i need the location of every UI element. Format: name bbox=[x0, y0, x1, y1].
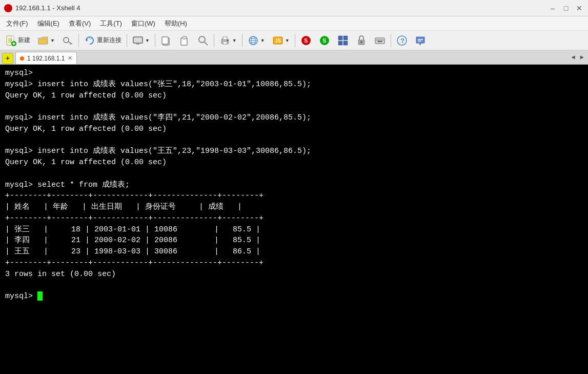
tab-bar: + 1 192.168.1.1 ✕ ◀ ▶ bbox=[0, 50, 588, 65]
terminal-line: mysql> insert into 成绩表 values("王五",23,"1… bbox=[5, 147, 311, 155]
s-green-icon: S bbox=[319, 35, 330, 46]
svg-text:?: ? bbox=[400, 37, 404, 45]
paste-button[interactable] bbox=[176, 33, 193, 48]
sep4 bbox=[214, 34, 214, 47]
svg-line-21 bbox=[205, 42, 208, 45]
terminal-cursor bbox=[37, 291, 43, 301]
tab-session[interactable]: 1 192.168.1.1 ✕ bbox=[15, 52, 77, 64]
svg-rect-17 bbox=[162, 37, 168, 44]
tab-close-button[interactable]: ✕ bbox=[68, 55, 72, 62]
svg-rect-38 bbox=[343, 36, 348, 40]
sep7 bbox=[391, 34, 391, 47]
terminal-line: | 李四 | 21 | 2000-02-02 | 20086 | 85.5 | bbox=[5, 236, 260, 245]
sep5 bbox=[242, 34, 242, 47]
grid-icon bbox=[337, 35, 349, 46]
sep1 bbox=[78, 34, 79, 47]
s-red-icon: S bbox=[300, 35, 312, 46]
display-icon bbox=[132, 35, 144, 46]
svg-rect-19 bbox=[183, 36, 187, 39]
s-green-button[interactable]: S bbox=[316, 33, 333, 48]
script-button[interactable]: JS ▼ bbox=[269, 33, 293, 48]
tab-navigation: ◀ ▶ bbox=[570, 52, 586, 64]
reconnect-button[interactable]: 重新连接 bbox=[81, 33, 125, 48]
copy-icon bbox=[160, 35, 172, 46]
terminal-line: | 姓名 | 年龄 | 出生日期 | 身份证号 | 成绩 | bbox=[5, 203, 242, 211]
svg-point-20 bbox=[199, 36, 205, 43]
menu-file[interactable]: 文件(F) bbox=[2, 17, 32, 30]
grid-button[interactable] bbox=[334, 33, 352, 48]
title-bar-left: 192.168.1.1 - Xshell 4 bbox=[4, 4, 80, 12]
svg-rect-24 bbox=[223, 42, 227, 44]
search-button[interactable] bbox=[194, 33, 212, 48]
svg-point-8 bbox=[64, 37, 69, 43]
menu-tools[interactable]: 工具(T) bbox=[96, 17, 126, 30]
new-icon bbox=[5, 35, 16, 46]
svg-rect-25 bbox=[227, 40, 228, 41]
reconnect-label: 重新连接 bbox=[97, 36, 121, 45]
maximize-button[interactable]: □ bbox=[561, 4, 571, 13]
svg-rect-23 bbox=[223, 37, 227, 40]
key-icon bbox=[62, 35, 73, 46]
terminal-line: Query OK, 1 row affected (0.00 sec) bbox=[5, 125, 167, 133]
sep6 bbox=[295, 34, 295, 47]
display-dropdown: ▼ bbox=[145, 38, 150, 43]
new-tab-button[interactable]: + bbox=[2, 53, 13, 64]
terminal-line: mysql> insert into 成绩表 values("张三",18,"2… bbox=[5, 80, 311, 89]
search-icon bbox=[197, 35, 209, 46]
folder-icon bbox=[37, 35, 49, 46]
close-button[interactable]: ✕ bbox=[575, 4, 584, 13]
terminal-line: | 王五 | 23 | 1998-03-03 | 30086 | 86.5 | bbox=[5, 247, 260, 256]
key-button[interactable] bbox=[59, 33, 76, 48]
svg-rect-12 bbox=[133, 37, 143, 43]
terminal-line: 3 rows in set (0.00 sec) bbox=[5, 270, 116, 279]
terminal-line: +--------+--------+------------+--------… bbox=[5, 259, 263, 267]
minimize-button[interactable]: – bbox=[548, 4, 557, 13]
sep3 bbox=[155, 34, 155, 47]
keyboard-button[interactable] bbox=[371, 33, 389, 48]
menu-bar: 文件(F) 编辑(E) 查看(V) 工具(T) 窗口(W) 帮助(H) bbox=[0, 16, 588, 31]
toolbar: 新建 ▼ 重新连接 bbox=[0, 31, 588, 50]
keyboard-icon bbox=[374, 35, 386, 46]
tab-prev-button[interactable]: ◀ bbox=[570, 52, 577, 62]
script-icon: JS bbox=[272, 35, 283, 46]
window-controls[interactable]: – □ ✕ bbox=[548, 4, 584, 13]
title-bar: 192.168.1.1 - Xshell 4 – □ ✕ bbox=[0, 0, 588, 16]
print-icon bbox=[219, 35, 231, 46]
terminal[interactable]: mysql> mysql> insert into 成绩表 values("张三… bbox=[0, 65, 588, 374]
terminal-line: mysql> insert into 成绩表 values("李四",21,"2… bbox=[5, 113, 311, 122]
app-icon bbox=[4, 4, 12, 12]
reconnect-icon bbox=[84, 35, 95, 46]
chat-icon bbox=[415, 35, 426, 46]
new-label: 新建 bbox=[18, 36, 30, 45]
svg-rect-40 bbox=[343, 41, 348, 45]
open-button[interactable]: ▼ bbox=[34, 33, 58, 48]
sep2 bbox=[127, 34, 127, 47]
lock-button[interactable] bbox=[353, 33, 370, 48]
menu-help[interactable]: 帮助(H) bbox=[160, 17, 191, 30]
terminal-line: Query OK, 1 row affected (0.00 sec) bbox=[5, 91, 167, 100]
copy-button[interactable] bbox=[157, 33, 175, 48]
tab-next-button[interactable]: ▶ bbox=[578, 52, 586, 62]
terminal-line: mysql> select * from 成绩表; bbox=[5, 181, 130, 189]
script-dropdown: ▼ bbox=[285, 38, 290, 43]
terminal-line: Query OK, 1 row affected (0.00 sec) bbox=[5, 158, 167, 167]
tab-label: 1 192.168.1.1 bbox=[27, 55, 65, 62]
chat-button[interactable] bbox=[412, 33, 429, 48]
display-button[interactable]: ▼ bbox=[129, 33, 153, 48]
svg-rect-39 bbox=[338, 41, 342, 45]
menu-view[interactable]: 查看(V) bbox=[65, 17, 95, 30]
open-dropdown-arrow: ▼ bbox=[50, 38, 55, 43]
s-red-button[interactable]: S bbox=[297, 33, 315, 48]
menu-window[interactable]: 窗口(W) bbox=[127, 17, 159, 30]
help-button[interactable]: ? bbox=[393, 33, 411, 48]
print-button[interactable]: ▼ bbox=[216, 33, 240, 48]
terminal-line: mysql> bbox=[5, 69, 33, 77]
terminal-line: +--------+--------+------------+--------… bbox=[5, 214, 263, 223]
svg-rect-43 bbox=[375, 38, 384, 44]
svg-text:S: S bbox=[304, 37, 308, 44]
network-button[interactable]: ▼ bbox=[245, 33, 268, 48]
menu-edit[interactable]: 编辑(E) bbox=[33, 17, 64, 30]
svg-rect-37 bbox=[338, 36, 342, 40]
new-button[interactable]: 新建 bbox=[2, 33, 33, 48]
window-title: 192.168.1.1 - Xshell 4 bbox=[15, 4, 80, 12]
